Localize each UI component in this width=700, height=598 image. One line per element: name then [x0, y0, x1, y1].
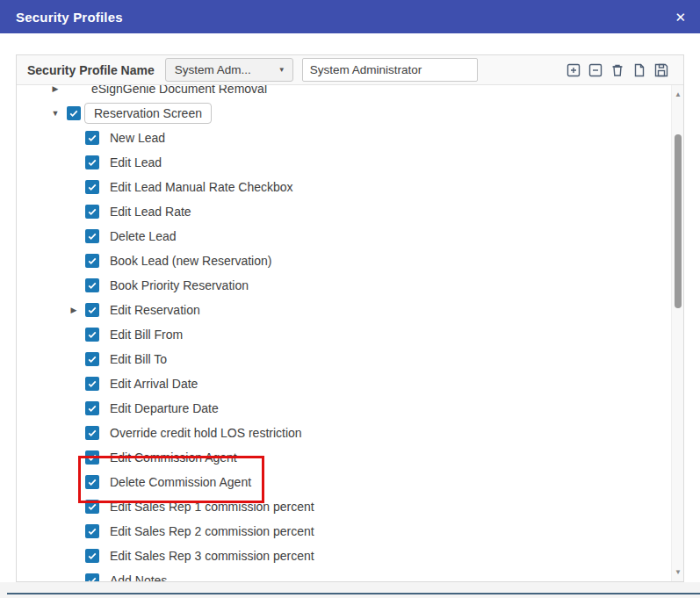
checked-checkbox[interactable] — [85, 500, 99, 514]
expand-arrow-icon[interactable]: ▶ — [48, 85, 62, 93]
tree-item-label[interactable]: Edit Bill From — [110, 328, 183, 342]
checked-checkbox[interactable] — [85, 426, 99, 440]
checked-checkbox[interactable] — [85, 229, 99, 243]
tree-item-label[interactable]: Edit Sales Rep 3 commission percent — [110, 549, 314, 563]
close-icon[interactable]: ✕ — [675, 11, 686, 24]
tree-item: Override credit hold LOS restriction — [17, 421, 671, 445]
tree-item: Delete Lead — [17, 224, 671, 249]
tree-item: ▼Reservation Screen — [17, 101, 671, 126]
delete-button[interactable] — [610, 62, 625, 78]
checked-checkbox[interactable] — [85, 573, 99, 581]
tree-item: New Lead — [17, 126, 671, 150]
tree-item-label[interactable]: Edit Departure Date — [110, 401, 219, 415]
tree-item-label[interactable]: Edit Lead Rate — [110, 205, 191, 219]
permissions-tree-viewport: ▶eSignGenie Document Removal▼Reservation… — [17, 85, 683, 581]
tree-item: ▶Edit Reservation — [17, 298, 671, 322]
tree-item: Book Priority Reservation — [17, 273, 671, 298]
scrollbar-thumb[interactable] — [675, 134, 682, 308]
tree-item-label[interactable]: Delete Lead — [110, 229, 177, 243]
tree-item-label[interactable]: Edit Sales Rep 1 commission percent — [110, 500, 314, 514]
checked-checkbox[interactable] — [67, 106, 81, 120]
remove-button[interactable] — [588, 62, 603, 78]
checked-checkbox[interactable] — [85, 377, 99, 391]
checked-checkbox[interactable] — [85, 549, 99, 563]
tree-item: Edit Sales Rep 3 commission percent — [17, 544, 671, 568]
tree-item-label[interactable]: eSignGenie Document Removal — [91, 85, 267, 96]
permissions-tree: ▶eSignGenie Document Removal▼Reservation… — [17, 85, 671, 581]
checked-checkbox[interactable] — [85, 205, 99, 219]
tree-item-label[interactable]: Edit Bill To — [110, 352, 167, 366]
chevron-down-icon: ▼ — [278, 66, 285, 74]
checked-checkbox[interactable] — [85, 254, 99, 268]
tree-item: Edit Sales Rep 1 commission percent — [17, 494, 671, 519]
tree-item-label[interactable]: Add Notes — [110, 573, 167, 581]
checked-checkbox[interactable] — [85, 401, 99, 415]
collapse-arrow-icon[interactable]: ▼ — [48, 109, 62, 118]
tree-item-label[interactable]: New Lead — [110, 131, 165, 145]
toolbar-action-icons — [566, 62, 669, 78]
plus-square-icon — [566, 63, 581, 77]
tree-item: Book Lead (new Reservation) — [17, 249, 671, 273]
tree-item: ▶eSignGenie Document Removal — [17, 85, 671, 101]
add-button[interactable] — [566, 62, 581, 78]
tree-item-label[interactable]: Delete Commission Agent — [110, 475, 251, 489]
tree-item: Edit Bill From — [17, 322, 671, 347]
save-button[interactable] — [653, 62, 669, 78]
tree-item-label[interactable]: Edit Lead — [110, 155, 162, 169]
checked-checkbox[interactable] — [85, 155, 99, 169]
save-icon — [654, 63, 668, 77]
checked-checkbox[interactable] — [85, 475, 99, 489]
tree-item-label[interactable]: Edit Reservation — [110, 303, 200, 317]
scroll-up-icon[interactable]: ▲ — [672, 90, 683, 98]
tree-item: Edit Bill To — [17, 347, 671, 371]
checked-checkbox[interactable] — [85, 328, 99, 342]
profile-select-dropdown[interactable]: System Adm... ▼ — [165, 58, 293, 82]
profile-name-label: Security Profile Name — [27, 63, 155, 77]
checked-checkbox[interactable] — [85, 450, 99, 465]
tree-item: Edit Lead Manual Rate Checkbox — [17, 175, 671, 199]
tree-item-label[interactable]: Edit Sales Rep 2 commission percent — [110, 524, 314, 538]
checked-checkbox[interactable] — [85, 352, 99, 366]
vertical-scrollbar[interactable]: ▲ ▼ — [671, 85, 683, 581]
modal-header: Security Profiles ✕ — [0, 0, 700, 33]
tree-item-label[interactable]: Edit Arrival Date — [110, 377, 198, 391]
tree-item: Edit Lead Rate — [17, 199, 671, 224]
checked-checkbox[interactable] — [85, 131, 99, 145]
tree-item-label[interactable]: Edit Lead Manual Rate Checkbox — [110, 180, 293, 194]
security-profile-panel: Security Profile Name System Adm... ▼ — [16, 54, 684, 582]
checked-checkbox[interactable] — [85, 303, 99, 317]
expand-arrow-icon[interactable]: ▶ — [67, 306, 81, 314]
checked-checkbox[interactable] — [85, 524, 99, 538]
profile-name-input[interactable] — [302, 58, 478, 82]
modal-title: Security Profiles — [16, 10, 123, 25]
tree-item: Edit Sales Rep 2 commission percent — [17, 519, 671, 544]
scroll-down-icon[interactable]: ▼ — [672, 568, 683, 576]
profile-select-value: System Adm... — [175, 63, 251, 76]
tree-item: Delete Commission Agent — [17, 470, 671, 494]
checked-checkbox[interactable] — [85, 278, 99, 292]
checked-checkbox[interactable] — [85, 180, 99, 194]
tree-item: Add Notes — [17, 568, 671, 581]
checkbox-spacer — [67, 85, 81, 96]
trash-icon — [610, 63, 624, 77]
minus-square-icon — [588, 63, 603, 77]
tree-item: Edit Arrival Date — [17, 371, 671, 396]
page-background-strip — [0, 582, 700, 598]
tree-item-label[interactable]: Edit Commission Agent — [110, 450, 237, 465]
tree-item: Edit Departure Date — [17, 396, 671, 421]
tree-item-label[interactable]: Override credit hold LOS restriction — [110, 426, 302, 440]
tree-item: Edit Lead — [17, 150, 671, 175]
file-icon — [632, 63, 646, 77]
tree-item-label[interactable]: Book Lead (new Reservation) — [110, 254, 271, 268]
new-document-button[interactable] — [631, 62, 647, 78]
profile-toolbar: Security Profile Name System Adm... ▼ — [17, 55, 683, 85]
tree-item: Edit Commission Agent — [17, 445, 671, 470]
tree-item-label[interactable]: Book Priority Reservation — [110, 278, 249, 292]
tree-item-label[interactable]: Reservation Screen — [84, 103, 212, 124]
page-divider-line — [7, 593, 700, 594]
